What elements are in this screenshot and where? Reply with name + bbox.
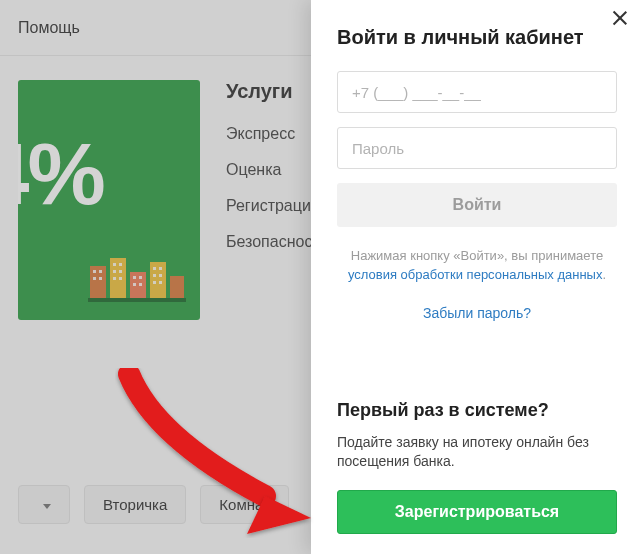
consent-link[interactable]: условия обработки персональных данных [348, 267, 602, 282]
login-panel: Войти в личный кабинет Войти Нажимая кно… [311, 0, 643, 554]
close-icon[interactable] [607, 6, 633, 32]
password-input[interactable] [337, 127, 617, 169]
login-title: Войти в личный кабинет [337, 26, 617, 49]
register-block: Первый раз в системе? Подайте заявку на … [337, 400, 617, 534]
forgot-block: Забыли пароль? [337, 305, 617, 321]
forgot-password-link[interactable]: Забыли пароль? [423, 305, 531, 321]
consent-text: Нажимая кнопку «Войти», вы принимаете ус… [337, 247, 617, 285]
login-button[interactable]: Войти [337, 183, 617, 227]
consent-prefix: Нажимая кнопку «Войти», вы принимаете [351, 248, 603, 263]
first-time-heading: Первый раз в системе? [337, 400, 617, 421]
register-button[interactable]: Зарегистрироваться [337, 490, 617, 534]
first-time-text: Подайте заявку на ипотеку онлайн без пос… [337, 433, 617, 472]
phone-input[interactable] [337, 71, 617, 113]
consent-suffix: . [602, 267, 606, 282]
